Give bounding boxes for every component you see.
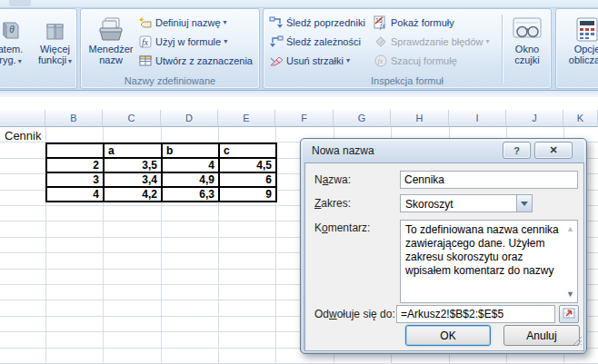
cennik-table: abc23,544,533,44,9644,26,39 [45, 143, 277, 202]
svg-text:✓: ✓ [378, 38, 384, 46]
column-header-K[interactable]: K [563, 110, 598, 127]
watch-window-glasses-icon [512, 15, 543, 44]
show-formulas-label: Pokaż formuły [391, 17, 454, 28]
evaluate-formula-icon: fx [373, 54, 388, 68]
ok-button[interactable]: OK [405, 325, 491, 346]
scope-selected-value: Skoroszyt [405, 198, 453, 211]
chevron-down-icon[interactable] [516, 195, 532, 212]
table-cell[interactable]: 6,3 [162, 187, 219, 202]
column-headers: BCDEFGHIJK [0, 110, 598, 127]
table-cell[interactable]: a [104, 143, 162, 158]
table-cell[interactable]: 6 [219, 172, 276, 187]
resize-grip[interactable] [572, 333, 583, 349]
dialog-titlebar[interactable]: Nowa nazwa ? ✕ [301, 139, 586, 162]
math-trig-book-icon: θ [0, 15, 23, 44]
name-label: Nazwa: [314, 173, 351, 186]
column-header-I[interactable]: I [449, 110, 506, 127]
error-checking-label: Sprawdzanie błędów [391, 36, 483, 47]
cancel-button[interactable]: Anuluj [503, 325, 580, 346]
selection-grid-icon [137, 54, 153, 68]
trace-precedents-button[interactable]: Śledź poprzedniki [268, 13, 365, 32]
table-cell[interactable]: 3 [46, 172, 104, 187]
remove-arrows-button[interactable]: Usuń strzałki ▾ [268, 51, 365, 70]
table-cell[interactable]: b [162, 143, 219, 158]
calculation-options-button[interactable]: Opcje obliczan [559, 12, 598, 83]
column-header-G[interactable]: G [334, 110, 391, 127]
remove-arrows-label: Usuń strzałki [286, 55, 344, 66]
comment-text: To zdefiniowana nazwa cennika zawierając… [405, 223, 562, 278]
column-header-D[interactable]: D [161, 110, 218, 127]
dropdown-arrow-icon: ▾ [224, 37, 227, 45]
name-manager-button[interactable]: Menedżer nazw [85, 12, 136, 83]
watch-window-button[interactable]: Okno czujki [505, 12, 549, 83]
refers-to-label: Odwołuje się do: [314, 308, 395, 320]
table-row: 44,26,39 [46, 187, 276, 202]
table-cell[interactable]: 4 [46, 187, 104, 202]
table-cell[interactable]: 4,5 [219, 158, 276, 172]
use-in-formula-button[interactable]: fx Użyj w formule ▾ [137, 32, 253, 51]
range-picker-button[interactable] [559, 305, 579, 323]
name-manager-label-line2: nazw [99, 54, 123, 65]
define-name-button[interactable]: ✦ Definiuj nazwę ▾ [137, 13, 253, 32]
trace-dependents-icon [268, 34, 284, 49]
ribbon-bottom-edge [0, 90, 598, 97]
math-trig-label-line1: atem. [0, 44, 23, 54]
table-cell[interactable] [46, 143, 104, 158]
show-formulas-button[interactable]: 15fx Pokaż formuły [373, 13, 490, 32]
watch-window-label-line2: czujki [514, 54, 540, 65]
table-cell[interactable]: c [219, 143, 276, 158]
define-name-label: Definiuj nazwę [155, 17, 221, 28]
table-cell[interactable]: 2 [46, 158, 104, 172]
trace-precedents-label: Śledź poprzedniki [286, 17, 365, 28]
error-checking-button[interactable]: ✓ Sprawdzanie błędów ▾ [373, 32, 490, 51]
math-trig-button[interactable]: θ atem. ryg.▾ [0, 12, 32, 83]
scope-dropdown[interactable]: Skoroszyt [400, 194, 533, 212]
table-cell[interactable]: 3,4 [104, 172, 162, 187]
group-label-defined-names: Nazwy zdefiniowane [81, 75, 259, 86]
dialog-body: Nazwa: Zakres: Skoroszyt Komentarz: To z… [304, 162, 584, 351]
column-header-H[interactable]: H [391, 110, 449, 127]
new-name-dialog: Nowa nazwa ? ✕ Nazwa: Zakres: Skoroszyt … [300, 138, 587, 354]
column-header-E[interactable]: E [218, 110, 275, 127]
ribbon-group-defined-names: Menedżer nazw ✦ Definiuj nazwę ▾ fx Użyj… [80, 8, 260, 89]
refers-to-input[interactable] [396, 305, 555, 323]
use-in-formula-label: Użyj w formule [155, 36, 221, 47]
dropdown-arrow-icon: ▾ [18, 57, 22, 65]
table-cell[interactable]: 3,5 [104, 158, 162, 172]
dropdown-arrow-icon: ▾ [224, 18, 227, 26]
table-row: abc [46, 143, 276, 158]
name-input[interactable] [400, 171, 578, 189]
table-cell[interactable]: 4,9 [162, 172, 219, 187]
create-from-selection-button[interactable]: Utwórz z zaznaczenia [137, 51, 253, 70]
comment-field[interactable]: To zdefiniowana nazwa cennika zawierając… [400, 220, 578, 303]
scope-label: Zakres: [314, 197, 351, 210]
svg-text:fx: fx [380, 22, 385, 30]
column-header-J[interactable]: J [506, 110, 563, 127]
table-cell[interactable]: 4 [162, 158, 219, 172]
trace-precedents-icon [268, 15, 284, 30]
column-header-C[interactable]: C [103, 110, 161, 127]
trace-dependents-button[interactable]: Śledź zależności [268, 32, 365, 51]
column-header-partial[interactable] [0, 110, 45, 127]
more-functions-label-line1: Więcej [40, 44, 70, 54]
cell-a1-cennik[interactable]: Cennik [5, 129, 41, 143]
evaluate-formula-button[interactable]: fx Szacuj formułę [373, 51, 490, 70]
table-cell[interactable]: 9 [219, 187, 276, 202]
ribbon-group-function-library: θ atem. ryg.▾ Więcej funkcji▾ [0, 8, 77, 89]
group-separator [502, 15, 503, 84]
books-stack-icon [44, 15, 67, 44]
ribbon-top-strip [0, 0, 598, 8]
math-trig-label-line2: ryg. [0, 54, 16, 65]
close-button[interactable]: ✕ [534, 142, 573, 159]
help-icon: ? [513, 145, 520, 156]
scroll-down-icon[interactable]: ▼ [566, 290, 574, 299]
evaluate-formula-label: Szacuj formułę [391, 55, 457, 66]
column-header-F[interactable]: F [275, 110, 334, 127]
table-cell[interactable]: 4,2 [104, 187, 162, 202]
scroll-up-icon[interactable]: ▲ [566, 224, 574, 233]
more-functions-button[interactable]: Więcej funkcji▾ [34, 12, 76, 83]
name-manager-label-line1: Menedżer [89, 44, 134, 54]
column-header-B[interactable]: B [45, 110, 103, 127]
dropdown-arrow-icon: ▾ [68, 57, 72, 65]
help-button[interactable]: ? [503, 142, 531, 159]
